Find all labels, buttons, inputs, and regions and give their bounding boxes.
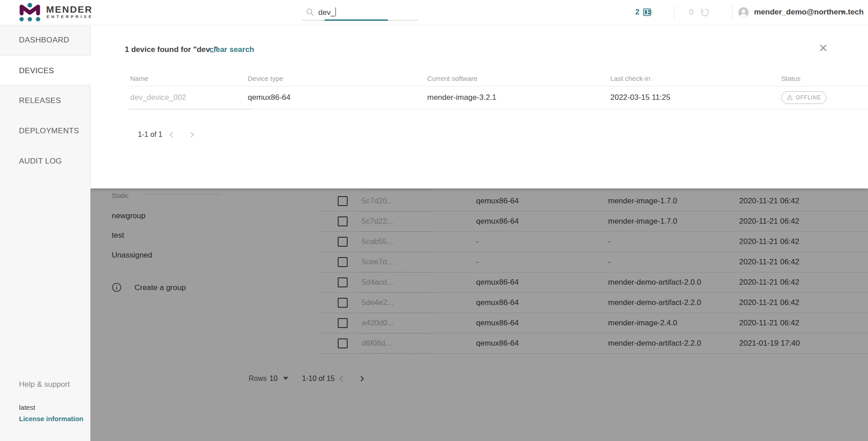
sidebar-item-dashboard[interactable]: DASHBOARD — [0, 25, 90, 55]
version-label: latest — [19, 403, 35, 411]
search-underline-focus — [325, 19, 388, 21]
user-menu[interactable]: mender_demo@northern.tech — [754, 8, 863, 17]
mender-logo-icon — [18, 2, 42, 22]
device-name: dev_device_002 — [130, 93, 186, 102]
name-dotted-underline — [130, 108, 252, 109]
logo-subtitle: ENTERPRISE — [47, 14, 94, 19]
clear-search-link[interactable]: clear search — [209, 45, 254, 54]
search-results-panel: 1 device found for "dev_" clear search N… — [90, 25, 868, 188]
announcements-count[interactable]: 0 — [689, 8, 693, 17]
sidebar-item-audit-log[interactable]: AUDIT LOG — [0, 146, 90, 176]
search-input[interactable]: dev_ — [318, 8, 336, 17]
logo-title: MENDER — [46, 4, 93, 15]
search-icon — [306, 8, 315, 19]
header-divider — [674, 5, 675, 19]
device-software: mender-image-3.2.1 — [427, 93, 496, 102]
sidebar-item-releases[interactable]: RELEASES — [0, 85, 90, 116]
chevron-down-icon[interactable] — [840, 11, 845, 14]
previous-page-button[interactable] — [166, 130, 176, 140]
result-row[interactable]: dev_device_002 qemux86-64 mender-image-3… — [127, 86, 868, 109]
text-cursor — [335, 8, 336, 16]
column-header-current-software: Current software — [427, 74, 477, 82]
mender-app: Static newgroup test Unassigned Create a… — [0, 0, 868, 441]
mender-logo[interactable] — [18, 2, 42, 24]
next-page-button[interactable] — [187, 130, 197, 140]
avatar[interactable] — [738, 7, 749, 20]
search-results-summary: 1 device found for "dev_" — [125, 45, 218, 54]
close-icon[interactable] — [817, 42, 831, 56]
accepted-devices-count[interactable]: 2 — [635, 8, 639, 17]
header-divider — [732, 5, 733, 19]
status-label: OFFLINE — [796, 94, 821, 101]
column-header-last-checkin: Last check-in — [610, 74, 650, 82]
column-header-device-type: Device type — [248, 74, 283, 82]
sidebar-item-devices[interactable]: DEVICES — [0, 55, 91, 85]
search-value: dev_ — [318, 8, 335, 17]
sidebar-item-deployments[interactable]: DEPLOYMENTS — [0, 116, 90, 146]
help-support-link[interactable]: Help & support — [19, 380, 70, 389]
status-badge: OFFLINE — [781, 91, 826, 104]
device-type: qemux86-64 — [248, 93, 291, 102]
column-header-status: Status — [781, 74, 801, 82]
results-pagination-range: 1-1 of 1 — [138, 131, 162, 139]
devices-chip-icon[interactable] — [642, 7, 652, 19]
results-header-row: Name Device type Current software Last c… — [127, 70, 868, 86]
license-information-link[interactable]: License information — [19, 415, 84, 422]
app-header: MENDER ENTERPRISE dev_ 2 0 mender_demo@n… — [0, 0, 868, 25]
device-last-checkin: 2022-03-15 11:25 — [610, 93, 670, 102]
column-header-name: Name — [130, 74, 148, 82]
history-icon[interactable] — [700, 7, 710, 19]
sidebar: DASHBOARD DEVICES RELEASES DEPLOYMENTS A… — [0, 25, 90, 441]
